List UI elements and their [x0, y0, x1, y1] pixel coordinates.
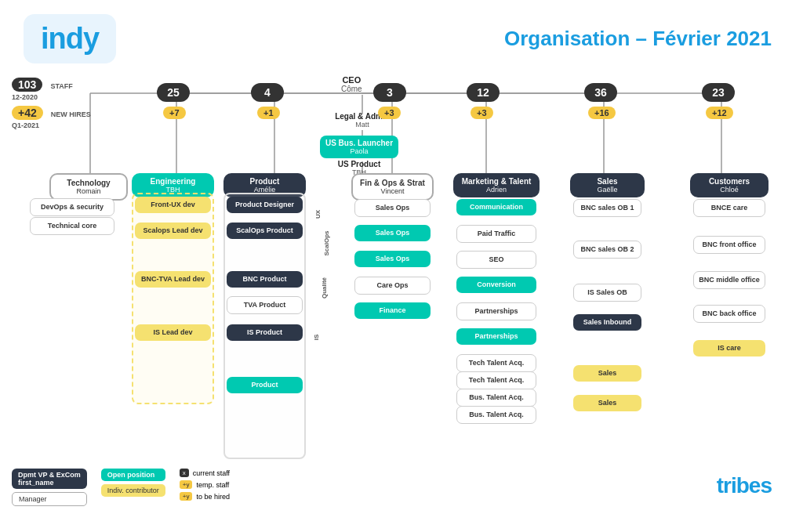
fin-badge: 3 [373, 83, 406, 102]
bnc-middle-card: BNC middle office [693, 271, 765, 289]
customers-dept: Customers Chloé [690, 173, 768, 197]
temp-label: temp. staff [196, 481, 229, 489]
bnce-care-card: BNCE care [693, 199, 765, 217]
legend: Dpmt VP & ExCom first_name Manager Open … [12, 469, 230, 506]
bus-talent-1-card: Bus. Talent Acq. [456, 389, 536, 407]
is-label: IS [313, 335, 320, 341]
is-sales-ob-card: IS Sales OB [573, 284, 641, 302]
x-key: x [180, 469, 189, 477]
conversion-card: Conversion [456, 277, 536, 293]
org-chart: 103 STAFF12-2020 +42 NEW HIRESQ1-2021 CE… [0, 71, 803, 510]
us-launcher-name: Paola [325, 147, 394, 155]
bnc-back-card: BNC back office [693, 305, 765, 323]
is-lead-card: IS Lead dev [135, 324, 211, 341]
product-bottom-card: Product [227, 377, 303, 393]
legend-dept-box: Dpmt VP & ExCom first_name [12, 469, 87, 489]
sales-2-card: Sales [573, 395, 641, 411]
ceo-node: CEO Côme [341, 75, 362, 93]
communication-card: Communication [456, 199, 536, 215]
qualite-label: Qualité [321, 277, 328, 299]
legend-indiv-box: Indiv. contributor [101, 484, 165, 497]
us-launcher-role: US Bus. Launcher [325, 139, 394, 147]
logo: indy [24, 14, 116, 63]
bnc-sales-ob2-card: BNC sales OB 2 [573, 241, 641, 259]
customers-sub-badge: +12 [706, 107, 733, 119]
devops-card: DevOps & security [30, 198, 114, 216]
legal-name: Matt [327, 121, 398, 128]
mkt-badge: 12 [467, 83, 500, 102]
engineering-sub-badge: +7 [163, 107, 186, 119]
legend-dept-item: Dpmt VP & ExCom first_name Manager [12, 469, 87, 506]
fin-sales-ops-3: Sales Ops [354, 251, 431, 267]
tech-talent-2-card: Tech Talent Acq. [456, 371, 536, 389]
legend-keys: x current staff +y temp. staff +y to be … [180, 469, 230, 501]
legend-open-box: Open position [101, 469, 165, 481]
staff-count-badge: 103 [12, 78, 42, 92]
fin-care-ops: Care Ops [354, 277, 431, 295]
mkt-talent-dept: Marketing & Talent Adrien [453, 173, 540, 197]
tribes-logo: tribes [717, 473, 772, 498]
bnc-tva-lead-card: BNC-TVA Lead dev [135, 271, 211, 288]
sales-sub-badge: +16 [588, 107, 616, 119]
partnerships-2-card: Partnerships [456, 328, 536, 345]
bnc-front-card: BNC front office [693, 236, 765, 254]
fin-finance: Finance [354, 302, 431, 319]
ceo-name: Côme [341, 85, 362, 93]
fin-sales-ops-1: Sales Ops [354, 199, 431, 217]
stats-box: 103 STAFF12-2020 +42 NEW HIRESQ1-2021 [12, 78, 91, 132]
product-sub-badge: +1 [257, 107, 280, 119]
hire-label: to be hired [196, 493, 230, 501]
tech-talent-1-card: Tech Talent Acq. [456, 354, 536, 372]
is-product-card: IS Product [227, 324, 303, 341]
legend-open-item: Open position Indiv. contributor [101, 469, 165, 497]
front-ux-card: Front-UX dev [135, 197, 211, 213]
bus-talent-2-card: Bus. Talent Acq. [456, 406, 536, 424]
new-hires-badge: +42 [12, 106, 43, 120]
us-product-role: US Product [328, 160, 391, 168]
page-title: Organisation – Février 2021 [504, 27, 772, 51]
fin-sub-badge: +3 [378, 107, 401, 119]
fin-ops-dept: Fin & Ops & Strat Vincent [351, 173, 434, 201]
bnc-sales-ob1-card: BNC sales OB 1 [573, 199, 641, 217]
sales-dept: Sales Gaëlle [570, 173, 645, 197]
tva-product-card: TVA Product [227, 296, 303, 314]
engineering-badge: 25 [157, 83, 190, 102]
sales-badge: 36 [584, 83, 617, 102]
fin-sales-ops-2: Sales Ops [354, 225, 431, 241]
x-label: current staff [193, 469, 230, 477]
product-badge: 4 [251, 83, 284, 102]
header: indy Organisation – Février 2021 [0, 0, 803, 71]
sales-1-card: Sales [573, 365, 641, 382]
scalops-lead-card: Scalops Lead dev [135, 223, 211, 239]
scalops-label: ScalOps [323, 230, 330, 255]
page: indy Organisation – Février 2021 [0, 0, 803, 532]
temp-key: +y [180, 480, 193, 489]
product-designer-card: Product Designer [227, 197, 303, 213]
hire-key: +y [180, 492, 193, 501]
bnc-product-card: BNC Product [227, 271, 303, 288]
scalops-product-card: ScalOps Product [227, 223, 303, 239]
tech-core-card: Technical core [30, 217, 114, 235]
paid-traffic-card: Paid Traffic [456, 225, 536, 243]
seo-card: SEO [456, 251, 536, 269]
us-launcher-node: US Bus. Launcher Paola [320, 136, 398, 158]
sales-inbound-card: Sales Inbound [573, 314, 641, 331]
ceo-role: CEO [341, 75, 362, 85]
mkt-sub-badge: +3 [471, 107, 493, 119]
customers-badge: 23 [702, 83, 735, 102]
partnerships-1-card: Partnerships [456, 302, 536, 320]
ux-label: UX [314, 210, 322, 219]
is-care-card: IS care [693, 340, 765, 356]
legend-manager-box: Manager [12, 492, 87, 506]
technology-dept: Technology Romain [49, 173, 128, 201]
